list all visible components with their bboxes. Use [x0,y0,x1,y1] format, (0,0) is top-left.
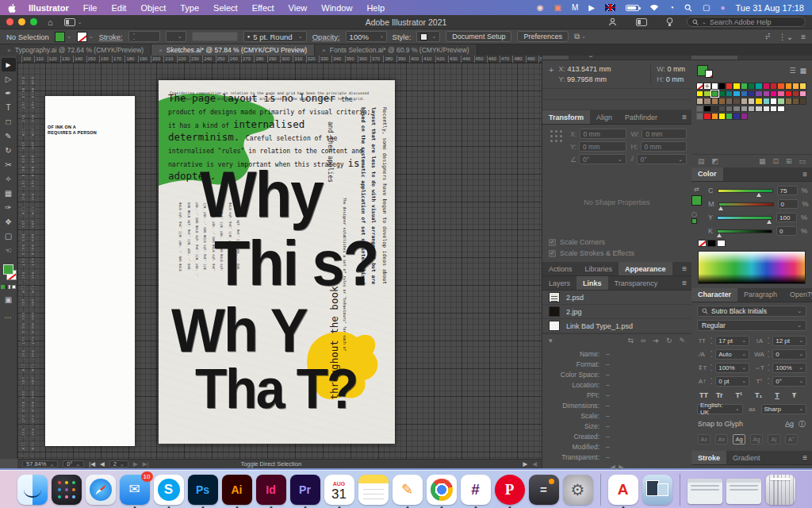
document-tab-2[interactable]: ×Sketches.ai* @ 57.84 % (CMYK/CPU Previe… [151,44,315,56]
swatch[interactable] [733,106,740,113]
type-style-button-6[interactable]: Ŧ [792,391,797,399]
draw-mode-icon[interactable]: ▣ [2,293,16,306]
appearance-tab-appearance[interactable]: Appearance [619,262,672,275]
swatch[interactable] [799,83,806,90]
kerning-field[interactable]: ∕A⌃⌄ Auto⌄ [697,349,749,360]
swatch[interactable] [733,83,740,90]
artboard-tool[interactable]: ▦ [2,187,16,200]
swatch-libraries-icon[interactable]: ▤ [698,157,705,165]
workspace-switcher-icon[interactable]: ⋮⌄ [779,33,793,41]
language-dropdown[interactable]: English: UK⌄ [697,404,743,414]
swatch[interactable] [696,113,703,120]
baseline-shift-field[interactable]: A↑⌃⌄ 0 pt⌄ [697,376,749,387]
status-play-icon[interactable]: ▶ [523,460,527,468]
swatch[interactable] [792,83,799,90]
dock-launchpad[interactable] [52,475,82,505]
free-transform-tool[interactable]: ▢ [2,229,16,243]
swatch[interactable] [726,90,733,98]
swatch[interactable] [763,90,770,98]
swatch[interactable] [741,106,748,113]
swatch[interactable] [777,90,784,98]
document-tab-1[interactable]: ×Typography.ai @ 72.64 % (CMYK/Preview) [0,44,151,56]
battery-icon[interactable] [626,5,639,11]
color-slider-y[interactable]: Y100% [702,211,812,225]
character-tab-opentype[interactable]: OpenType [783,288,812,302]
brush-definition-dropdown[interactable]: ● 5 pt. Round ⌄ [243,31,307,42]
fill-color-control[interactable]: ⌄ [55,32,71,42]
dock-calculator[interactable]: = [529,475,559,505]
color-button[interactable] [1,285,5,289]
dock-slack[interactable]: # [461,475,491,505]
menu-illustrator[interactable]: Illustrator [21,3,76,13]
pasteboard[interactable]: Qd6 0dL8 4qT- 9xC' 1jW_ p8k. Qd6 0dL8 4q… [17,63,542,459]
appearance-tab-actions[interactable]: Actions [542,262,579,275]
stroke-weight-dropdown[interactable]: ⌄ [166,31,186,42]
swatch[interactable] [777,106,784,113]
swatch[interactable] [703,106,710,113]
swatch[interactable] [755,90,762,98]
direct-selection-tool[interactable]: ▷ [2,72,16,86]
swatch[interactable] [748,106,755,113]
preferences-button[interactable]: Preferences [517,31,569,42]
dock-mail[interactable]: ✉10 [120,475,150,505]
rotate-tool[interactable]: ↻ [2,144,16,157]
transform-tab-transform[interactable]: Transform [542,110,590,124]
link-row[interactable]: 2.psd [542,291,691,305]
fill-color-well[interactable] [3,264,13,275]
type-style-button-5[interactable]: T [775,391,779,399]
slider-thumb[interactable] [718,206,723,210]
gradient-button[interactable] [6,285,10,289]
prev-artboard-icon[interactable]: ◀ [100,460,105,468]
transform-tab-align[interactable]: Align [590,110,619,124]
swatch[interactable] [770,98,777,105]
slider-thumb[interactable] [756,193,761,197]
rotation-dropdown[interactable]: 0°⌄ [63,460,84,468]
glyph-snap-button-6[interactable]: A° [785,434,798,444]
swap-fill-stroke-icon[interactable]: ⇄ [694,186,699,193]
document-setup-button[interactable]: Document Setup [446,31,511,42]
dock-pinterest[interactable]: P [495,475,525,505]
transform-y-input[interactable]: 0 mm [579,141,626,152]
zoom-level-dropdown[interactable]: 57.84%⌄ [22,460,58,468]
shape-builder-tool[interactable]: ✧ [2,172,16,186]
swatch[interactable] [711,113,718,120]
stroke-label[interactable]: Stroke: [99,33,123,41]
dock-calendar[interactable]: AUG31 [324,475,354,505]
swatch[interactable] [726,83,733,90]
none-button[interactable] [12,285,16,289]
go-to-link-icon[interactable]: ➔ [653,337,659,344]
close-tab-icon[interactable]: × [159,47,163,54]
opacity-input[interactable]: 100%› [346,31,387,42]
scale-corners-checkbox[interactable]: ✓Scale Corners [542,237,691,248]
fantastical-icon[interactable]: ● [721,4,726,12]
swatch[interactable] [718,113,726,120]
dock-chrome[interactable] [427,475,457,505]
dock-trash[interactable] [765,475,795,505]
swatch[interactable] [741,90,748,98]
last-artboard-icon[interactable]: ▶| [143,460,149,468]
glyph-snap-button-4[interactable]: Ag [750,434,763,444]
swatch[interactable] [748,98,755,105]
horizontal-ruler[interactable]: 1001101201301401501601701801902002102202… [17,56,542,63]
swatch[interactable] [711,83,718,90]
strokegrad-menu-icon[interactable]: ≡ [798,451,812,464]
swatch[interactable] [718,83,726,90]
transform-rotate-dropdown[interactable]: 0°⌄ [579,154,626,164]
links-tab-layers[interactable]: Layers [542,276,576,290]
stroke-swatch[interactable] [77,32,87,42]
swatch[interactable] [711,90,718,98]
swatch[interactable] [718,98,726,105]
panels-icon[interactable] [636,18,647,26]
menu-edit[interactable]: Edit [104,3,133,13]
color-spectrum[interactable] [698,251,806,284]
font-style-dropdown[interactable]: Regular ⌄ [697,320,806,331]
slider-thumb[interactable] [767,220,772,224]
swatch[interactable] [799,98,806,105]
swatch[interactable] [726,113,733,120]
hand-tool[interactable]: ☜ [2,244,16,257]
horizontal-scale-field[interactable]: ⇔T⌃⌄ 100%⌄ [754,363,806,373]
swatch[interactable] [696,98,703,105]
color-black-chip[interactable] [707,240,716,247]
swatch[interactable] [733,98,740,105]
link-info-toggle-icon[interactable]: ▾ [549,337,553,344]
